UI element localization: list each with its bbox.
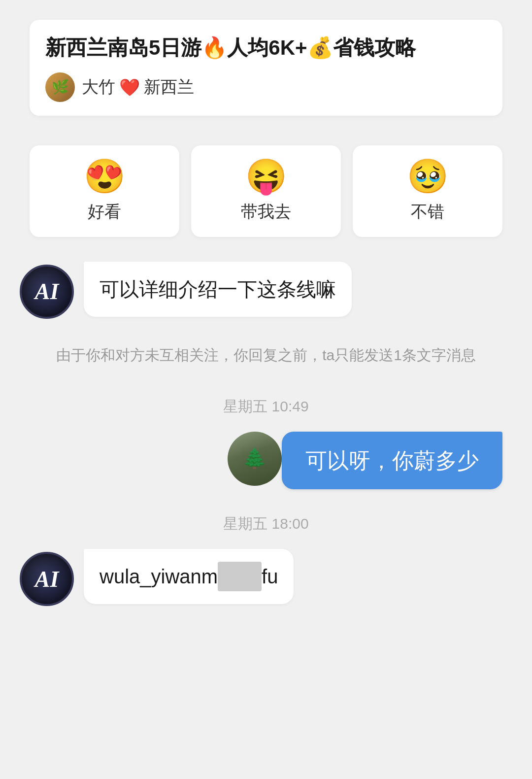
- ai-avatar-2: AI: [20, 552, 74, 606]
- user-avatar-inner: 🌲: [228, 432, 282, 486]
- author-avatar: 🌿: [45, 72, 75, 102]
- reaction-row: 😍 好看 😝 带我去 🥹 不错: [30, 145, 502, 237]
- bubble-text-3: wula_yiwanm fu: [100, 566, 278, 587]
- ai-avatar-text-1: AI: [35, 278, 59, 305]
- bubble-text-1: 可以详细介绍一下这条线嘛: [100, 278, 336, 300]
- post-card[interactable]: 新西兰南岛5日游🔥人均6K+💰省钱攻略 🌿 大竹 ❤️ 新西兰: [30, 20, 502, 116]
- haokan-emoji: 😍: [84, 159, 126, 193]
- blurred-portion: [218, 562, 262, 591]
- daiwoqu-emoji: 😝: [245, 159, 287, 193]
- message-row-1: AI 可以详细介绍一下这条线嘛: [0, 257, 532, 324]
- bubble-left-1: 可以详细介绍一下这条线嘛: [84, 262, 352, 317]
- bucuo-emoji: 🥹: [407, 159, 449, 193]
- ai-avatar-1: AI: [20, 265, 74, 319]
- timestamp-2: 星期五 18:00: [0, 499, 532, 544]
- bubble-right-1: 可以呀，你蔚多少: [282, 432, 502, 490]
- user-avatar-1: 🌲: [228, 432, 282, 486]
- reaction-btn-bucuo[interactable]: 🥹 不错: [353, 145, 502, 237]
- bubble-left-2: wula_yiwanm fu: [84, 549, 294, 604]
- message-row-3: AI wula_yiwanm fu: [0, 544, 532, 611]
- reaction-btn-haokan[interactable]: 😍 好看: [30, 145, 179, 237]
- system-notice: 由于你和对方未互相关注，你回复之前，ta只能发送1条文字消息: [0, 334, 532, 377]
- bubble-text-2: 可以呀，你蔚多少: [305, 448, 479, 473]
- post-title: 新西兰南岛5日游🔥人均6K+💰省钱攻略: [45, 34, 487, 63]
- author-name: 大竹 ❤️ 新西兰: [82, 76, 194, 99]
- ai-avatar-text-2: AI: [35, 566, 59, 592]
- haokan-label: 好看: [88, 201, 121, 223]
- post-author: 🌿 大竹 ❤️ 新西兰: [45, 72, 487, 102]
- chat-container: 新西兰南岛5日游🔥人均6K+💰省钱攻略 🌿 大竹 ❤️ 新西兰 😍 好看 😝 带…: [0, 0, 532, 626]
- message-row-2: 可以呀，你蔚多少 🌲: [0, 427, 532, 495]
- reaction-btn-daiwoqu[interactable]: 😝 带我去: [191, 145, 341, 237]
- daiwoqu-label: 带我去: [241, 201, 291, 223]
- timestamp-1: 星期五 10:49: [0, 382, 532, 427]
- bucuo-label: 不错: [411, 201, 444, 223]
